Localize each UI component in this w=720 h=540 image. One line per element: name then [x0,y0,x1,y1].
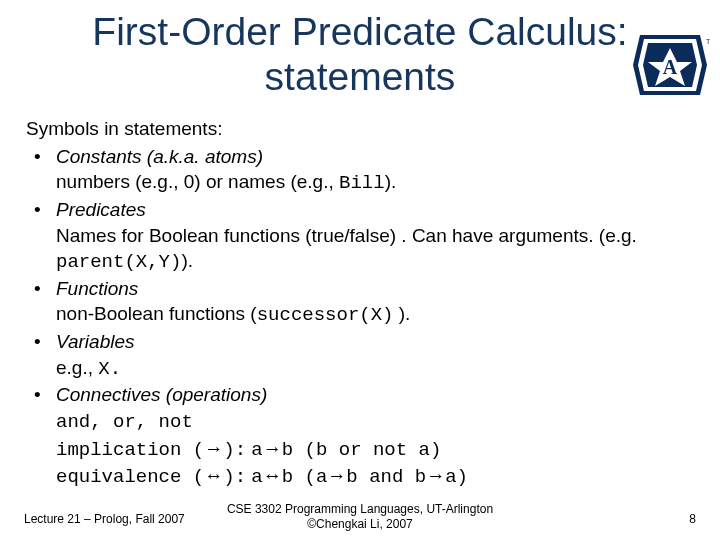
title-line-1: First-Order Predicate Calculus: [92,10,627,53]
list-item: Connectives (operations) and, or, not im… [26,382,694,491]
slide: First-Order Predicate Calculus: statemen… [0,0,720,540]
title-line-2: statements [265,55,456,98]
term-variables: Variables [56,331,135,352]
slide-footer: Lecture 21 – Prolog, Fall 2007 CSE 3302 … [0,500,720,532]
page-number: 8 [689,512,696,526]
lead-text: Symbols in statements: [26,116,694,142]
term-predicates: Predicates [56,199,146,220]
bullet-list: Constants (a.k.a. atoms) numbers (e.g., … [26,144,694,491]
uta-logo: A TM [630,30,710,100]
code-text: parent(X,Y) [56,251,181,273]
code-text: Bill [339,172,385,194]
code-text: implication ( [56,439,204,461]
code-text: b and b [346,466,426,488]
code-text: ): [223,439,246,461]
bi-arrow-icon: ↔ [263,465,282,486]
slide-title: First-Order Predicate Calculus: statemen… [0,10,720,100]
desc-text: Names for Boolean functions (true/false)… [56,225,637,246]
code-text: equivalence ( [56,466,204,488]
term-connectives: Connectives (operations) [56,384,267,405]
svg-text:TM: TM [706,38,710,45]
list-item: Constants (a.k.a. atoms) numbers (e.g., … [26,144,694,197]
code-text: b (a [282,466,328,488]
bi-arrow-icon: ↔ [204,465,223,486]
list-item: Variables e.g., X. [26,329,694,382]
code-text: X. [98,358,121,380]
footer-center-l2: ©Chengkai Li, 2007 [307,517,413,531]
list-item: Functions non-Boolean functions (success… [26,276,694,329]
desc-text: ). [394,303,411,324]
footer-center: CSE 3302 Programming Languages, UT-Arlin… [0,502,720,532]
code-text: ): [223,466,246,488]
code-text: successor(X) [257,304,394,326]
desc-text: ). [181,250,193,271]
code-text: b (b or not a) [282,439,442,461]
term-functions: Functions [56,278,138,299]
svg-text:A: A [663,56,678,78]
arrow-icon: → [327,465,346,486]
desc-text: e.g., [56,357,98,378]
code-text: a [251,466,262,488]
arrow-icon: → [426,465,445,486]
desc-text: non-Boolean functions ( [56,303,257,324]
arrow-icon: → [204,438,223,459]
list-item: Predicates Names for Boolean functions (… [26,197,694,276]
footer-center-l1: CSE 3302 Programming Languages, UT-Arlin… [227,502,493,516]
code-text: a) [445,466,468,488]
slide-body: Symbols in statements: Constants (a.k.a.… [26,116,694,491]
desc-text: numbers (e.g., 0) or names (e.g., [56,171,339,192]
code-text: and, or, not [56,411,193,433]
code-text: a [251,439,262,461]
desc-text: ). [385,171,397,192]
term-constants: Constants (a.k.a. atoms) [56,146,263,167]
arrow-icon: → [263,438,282,459]
